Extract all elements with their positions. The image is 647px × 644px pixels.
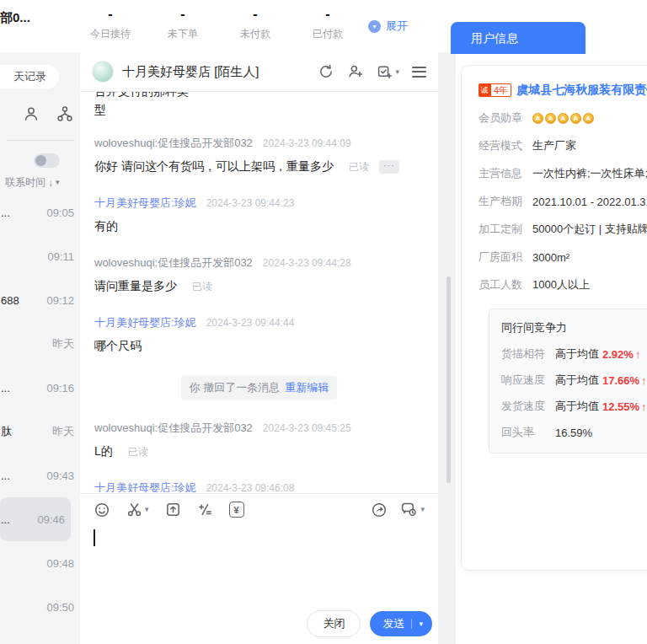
list-item[interactable]: 昨天 bbox=[0, 322, 80, 366]
item-time: 09:43 bbox=[46, 470, 74, 482]
message-text: 哪个尺码 bbox=[94, 339, 142, 354]
item-time: 昨天 bbox=[52, 336, 74, 352]
list-item[interactable]: ...09:16 bbox=[0, 366, 80, 410]
stat-unpaid: - 未付款 bbox=[219, 7, 291, 41]
org-chart-icon[interactable] bbox=[56, 105, 74, 123]
comp-value: 16.59% bbox=[555, 427, 592, 439]
stat-label: 已付款 bbox=[291, 27, 364, 41]
scrollbar-thumb[interactable] bbox=[446, 276, 451, 483]
medal-icons bbox=[532, 113, 594, 124]
close-button[interactable]: 关闭 bbox=[307, 610, 361, 637]
message-text: 合并支付的那种类 bbox=[94, 92, 189, 100]
trust-badge-icon: 诚 bbox=[479, 83, 490, 97]
reception-stats: - 今日接待 - 未下单 - 未付款 - 已付款 bbox=[74, 7, 364, 41]
expand-label: 展开 bbox=[386, 19, 408, 34]
item-time: 09:46 bbox=[37, 513, 65, 526]
expand-button[interactable]: ▾ 展开 bbox=[368, 19, 408, 34]
item-name: 肽 bbox=[1, 424, 12, 439]
info-label: 会员勋章 bbox=[479, 110, 532, 126]
list-item[interactable]: ...09:05 bbox=[0, 191, 80, 234]
forward-icon[interactable] bbox=[371, 502, 388, 518]
comp-prefix: 高于均值 bbox=[555, 399, 599, 414]
up-arrow-icon: ↑ bbox=[635, 348, 641, 361]
item-time: 09:50 bbox=[46, 601, 74, 614]
info-value: 50000个起订 | 支持贴牌 | 可打样 bbox=[532, 222, 647, 237]
info-label: 员工人数 bbox=[479, 277, 532, 292]
scissors-icon[interactable]: ▾ bbox=[126, 502, 149, 518]
list-item[interactable]: 09:11 bbox=[0, 234, 80, 278]
message-time: 2024-3-23 09:45:25 bbox=[263, 422, 351, 434]
chat-footer: 关闭 发送 ▾ bbox=[80, 610, 438, 637]
avatar bbox=[92, 61, 114, 83]
message-input[interactable] bbox=[94, 529, 95, 546]
info-label: 经营模式 bbox=[479, 138, 532, 153]
toggle-knob bbox=[35, 155, 46, 166]
info-row: 主营信息 一次性内裤;一次性床单;母婴 bbox=[479, 166, 647, 181]
info-label: 生产档期 bbox=[479, 194, 532, 209]
item-name: ... bbox=[1, 470, 10, 482]
item-time: 09:11 bbox=[47, 250, 74, 263]
info-row: 经营模式 生产厂家 bbox=[479, 138, 647, 153]
price-adjust-icon[interactable] bbox=[197, 502, 213, 518]
upload-icon[interactable] bbox=[165, 502, 181, 518]
list-item[interactable]: 肽昨天 bbox=[0, 410, 80, 453]
re-edit-link[interactable]: 重新编辑 bbox=[285, 381, 329, 394]
expand-caret-icon: ▾ bbox=[368, 20, 381, 33]
message-time: 2024-3-23 09:44:44 bbox=[206, 317, 295, 329]
company-name-link[interactable]: 虞城县七海秋服装有限责任公司 bbox=[516, 83, 647, 98]
list-item[interactable]: ...09:43 bbox=[0, 453, 80, 497]
info-row: 加工定制 50000个起订 | 支持贴牌 | 可打样 bbox=[479, 222, 647, 237]
comp-label: 货描相符 bbox=[501, 346, 555, 362]
message: woloveshuqi:促佳搜品开发部0322024-3-23 09:44:28… bbox=[94, 255, 424, 294]
send-button[interactable]: 发送 ▾ bbox=[370, 611, 432, 636]
list-item[interactable]: 09:48 bbox=[0, 541, 80, 585]
info-value: 3000m² bbox=[532, 251, 569, 264]
emoji-icon[interactable] bbox=[94, 502, 110, 518]
list-item[interactable]: 09:50 bbox=[0, 585, 80, 629]
chat-history-icon[interactable]: ▾ bbox=[400, 501, 425, 518]
stat-label: 未下单 bbox=[147, 27, 219, 41]
send-caret-icon[interactable]: ▾ bbox=[419, 620, 423, 628]
trust-badge: 诚 4年 bbox=[479, 83, 511, 97]
message-text: 你好 请问这个有货吗，可以上架吗，重量多少 bbox=[94, 159, 334, 174]
comp-label: 回头率 bbox=[501, 425, 555, 440]
more-icon[interactable]: ··· bbox=[379, 160, 399, 174]
message-time: 2024-3-23 09:44:28 bbox=[263, 257, 351, 269]
comp-value: 2.92% bbox=[602, 348, 634, 361]
search-input[interactable]: 天记录 bbox=[0, 65, 59, 89]
sort-caret-icon: ▾ bbox=[56, 179, 60, 186]
stat-value: - bbox=[219, 7, 291, 22]
medal-icon bbox=[558, 113, 569, 124]
sort-label: 联系时间 bbox=[5, 175, 45, 190]
message-text: L的 bbox=[94, 444, 113, 459]
tab-user-info[interactable]: 用户信息 bbox=[451, 22, 586, 54]
menu-icon[interactable] bbox=[412, 63, 426, 80]
item-time: 09:48 bbox=[46, 557, 74, 570]
contact-icon[interactable] bbox=[22, 105, 40, 123]
caret-down-icon: ▾ bbox=[420, 506, 425, 513]
comp-label: 发货速度 bbox=[501, 399, 555, 414]
up-arrow-icon: ↑ bbox=[641, 400, 647, 413]
message-sender: 十月美好母婴店:珍妮 bbox=[94, 315, 196, 330]
sidebar-divider bbox=[7, 140, 74, 141]
filter-toggle[interactable] bbox=[34, 153, 60, 168]
message-sender: 十月美好母婴店:珍妮 bbox=[94, 196, 196, 211]
item-time: 09:05 bbox=[46, 207, 74, 219]
chat-panel: 十月美好母婴店 [陌生人] ▾ 合并支付的那种类 型 woloveshuqi:促… bbox=[80, 52, 438, 644]
competitiveness-box: 同行间竞争力 货描相符 高于均值 2.92% ↑ 响应速度 高于均值 17.66… bbox=[489, 309, 647, 453]
add-contact-icon[interactable] bbox=[347, 63, 364, 80]
sort-control[interactable]: 联系时间↓▾ bbox=[5, 175, 60, 190]
read-status: 已读 bbox=[349, 160, 369, 174]
add-task-icon[interactable]: ▾ bbox=[377, 64, 399, 80]
stat-label: 未付款 bbox=[219, 27, 291, 41]
medal-icon bbox=[532, 113, 543, 124]
payment-icon[interactable]: ¥ bbox=[229, 502, 244, 518]
system-message: 你 撤回了一条消息重新编辑 bbox=[94, 376, 424, 400]
list-item-selected[interactable]: ...09:46 bbox=[0, 497, 71, 541]
list-item[interactable]: 68809:12 bbox=[0, 278, 80, 322]
trust-badge-year: 4年 bbox=[490, 83, 511, 97]
item-name: 688 bbox=[1, 294, 19, 307]
recall-text: 你 撤回了一条消息 bbox=[190, 381, 281, 394]
account-name: 部0... bbox=[0, 10, 30, 26]
refresh-icon[interactable] bbox=[318, 63, 334, 80]
